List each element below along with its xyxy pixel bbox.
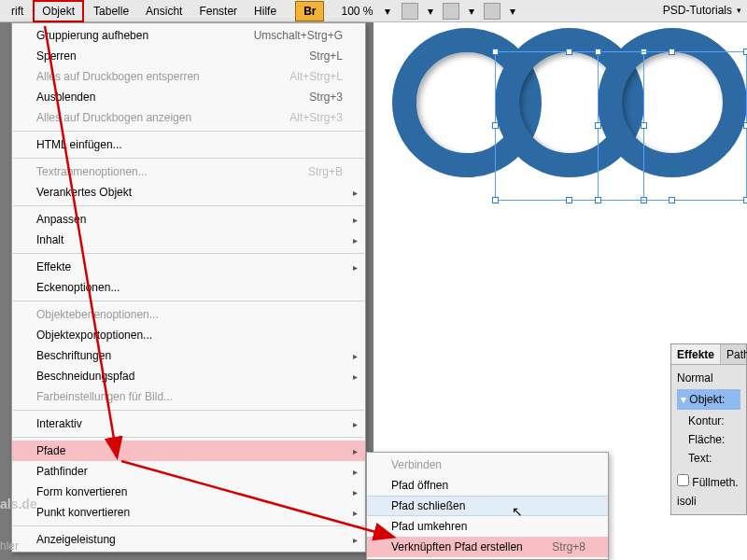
menu-item-effekte[interactable]: Effekte: [12, 257, 365, 277]
menu-separator: [13, 131, 364, 132]
menu-item-gruppierung-aufheben[interactable]: Gruppierung aufhebenUmschalt+Strg+G: [12, 25, 365, 46]
menu-separator: [13, 301, 364, 301]
menu-item-ausblenden[interactable]: AusblendenStrg+3: [12, 87, 365, 107]
zoom-level[interactable]: 100 %: [333, 2, 380, 21]
menubar-item-hilfe[interactable]: Hilfe: [247, 2, 284, 21]
panel-object-row[interactable]: ▾ Objekt:: [677, 389, 740, 410]
menu-separator: [13, 205, 364, 206]
menu-item-alles-auf-druckbogen-anzeigen: Alles auf Druckbogen anzeigenAlt+Strg+3: [12, 107, 365, 128]
menu-item-beschneidungspfad[interactable]: Beschneidungspfad: [12, 366, 365, 386]
menu-item-anzeigeleistung[interactable]: Anzeigeleistung: [12, 529, 365, 550]
watermark-text-1: als.de: [0, 497, 37, 511]
bridge-icon[interactable]: Br: [295, 1, 324, 21]
dropdown-icon[interactable]: ▾: [510, 5, 515, 18]
cursor-icon: ↖: [512, 504, 525, 521]
tab-effekte[interactable]: Effekte: [671, 344, 721, 364]
menu-item-pfade[interactable]: Pfade: [12, 441, 365, 461]
selection-bbox-2[interactable]: [598, 51, 747, 201]
view-options-icon[interactable]: [443, 3, 459, 20]
menu-item-alles-auf-druckbogen-entsperren: Alles auf Druckbogen entsperrenAlt+Strg+…: [12, 66, 365, 87]
submenu-item-verbinden: Verbinden: [367, 455, 608, 475]
submenu-item-pfad-schlie-en[interactable]: Pfad schließen: [367, 496, 608, 516]
arrange-icon[interactable]: [484, 3, 500, 20]
menu-item-form-konvertieren[interactable]: Form konvertieren: [12, 482, 365, 502]
screen-mode-icon[interactable]: [402, 3, 418, 20]
zoom-dropdown-icon[interactable]: ▾: [385, 5, 390, 18]
menu-separator: [13, 253, 364, 254]
menubar-item-rift[interactable]: rift: [4, 2, 31, 21]
menu-separator: [13, 525, 364, 526]
fill-isolate-checkbox[interactable]: [677, 474, 689, 486]
panel-flaeche[interactable]: Fläche:: [677, 430, 740, 449]
objekt-menu: Gruppierung aufhebenUmschalt+Strg+GSperr…: [11, 22, 366, 553]
menu-item-pathfinder[interactable]: Pathfinder: [12, 461, 365, 482]
menubar-item-fenster[interactable]: Fenster: [191, 2, 245, 21]
pfade-submenu: VerbindenPfad öffnenPfad schließenPfad u…: [366, 452, 609, 560]
watermark-text-2: hler: [0, 539, 19, 553]
menu-separator: [13, 437, 364, 438]
panel-text[interactable]: Text:: [677, 449, 740, 468]
submenu-item-verkn-pften-pfad-erstellen[interactable]: Verknüpften Pfad erstellenStrg+8: [367, 537, 608, 557]
menu-separator: [13, 410, 364, 411]
menu-item-inhalt[interactable]: Inhalt: [12, 230, 365, 250]
tab-path[interactable]: Path: [721, 344, 747, 364]
dropdown-icon[interactable]: ▾: [469, 5, 474, 18]
menubar-item-objekt[interactable]: Objekt: [33, 0, 84, 22]
menu-item-punkt-konvertieren[interactable]: Punkt konvertieren: [12, 502, 365, 523]
menu-separator: [13, 158, 364, 159]
menubar-item-ansicht[interactable]: Ansicht: [138, 2, 190, 21]
menu-item-verankertes-objekt[interactable]: Verankertes Objekt: [12, 182, 365, 203]
brand-dropdown-icon[interactable]: ▾: [737, 6, 741, 15]
menu-item-beschriftungen[interactable]: Beschriftungen: [12, 345, 365, 366]
menu-item-anpassen[interactable]: Anpassen: [12, 209, 365, 230]
menu-item-eckenoptionen[interactable]: Eckenoptionen...: [12, 277, 365, 298]
menu-item-objektexportoptionen[interactable]: Objektexportoptionen...: [12, 325, 365, 345]
menubar-item-tabelle[interactable]: Tabelle: [86, 2, 136, 21]
submenu-item-pfad-ffnen[interactable]: Pfad öffnen: [367, 475, 608, 496]
panel-kontur[interactable]: Kontur:: [677, 412, 740, 430]
menu-item-textrahmenoptionen: Textrahmenoptionen...Strg+B: [12, 161, 365, 182]
menu-item-sperren[interactable]: SperrenStrg+L: [12, 46, 365, 66]
menu-item-interaktiv[interactable]: Interaktiv: [12, 413, 365, 434]
brand-label[interactable]: PSD-Tutorials: [663, 4, 732, 17]
effects-panel: Effekte Path Normal ▾ Objekt: Kontur: Fl…: [670, 343, 747, 515]
panel-tabs: Effekte Path: [671, 344, 746, 365]
submenu-item-pfad-umkehren[interactable]: Pfad umkehren: [367, 516, 608, 537]
dropdown-icon[interactable]: ▾: [428, 5, 433, 18]
menubar: rift Objekt Tabelle Ansicht Fenster Hilf…: [0, 0, 747, 22]
menu-item-farbeinstellungen-f-r-bild: Farbeinstellungen für Bild...: [12, 386, 365, 407]
menu-item-html-einf-gen[interactable]: HTML einfügen...: [12, 134, 365, 155]
blend-mode[interactable]: Normal: [677, 369, 740, 387]
menu-item-objektebenenoptionen: Objektebenenoptionen...: [12, 304, 365, 325]
